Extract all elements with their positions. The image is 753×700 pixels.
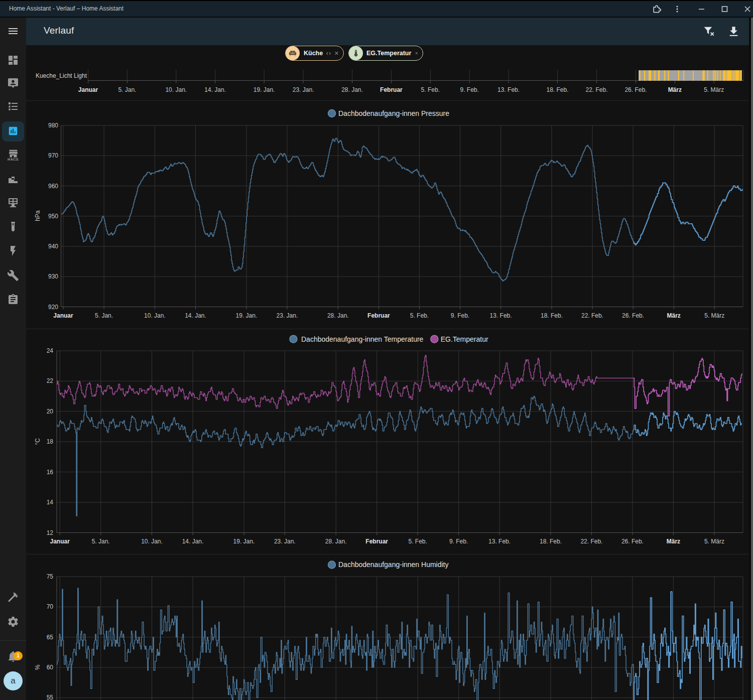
svg-text:5. Jan.: 5. Jan. [92, 538, 110, 545]
svg-text:950: 950 [48, 213, 58, 220]
svg-text:März: März [667, 538, 680, 545]
svg-text:10. Jan.: 10. Jan. [144, 312, 166, 319]
svg-text:970: 970 [48, 152, 58, 159]
svg-text:13. Feb.: 13. Feb. [490, 312, 512, 319]
svg-text:Februar: Februar [367, 312, 390, 319]
svg-text:70: 70 [47, 603, 54, 610]
svg-text:°C: °C [34, 438, 41, 445]
svg-text:22. Feb.: 22. Feb. [580, 538, 602, 545]
svg-text:5. Feb.: 5. Feb. [410, 312, 429, 319]
svg-text:13. Feb.: 13. Feb. [488, 538, 511, 545]
svg-text:14. Jan.: 14. Jan. [185, 312, 206, 319]
svg-text:18. Feb.: 18. Feb. [541, 312, 563, 319]
svg-text:5. Feb.: 5. Feb. [421, 86, 440, 93]
svg-text:920: 920 [48, 304, 58, 311]
svg-text:5. März: 5. März [704, 312, 724, 319]
svg-text:Januar: Januar [78, 86, 98, 93]
svg-text:Dachbodenaufgang-innen Humidit: Dachbodenaufgang-innen Humidity [338, 561, 448, 569]
svg-text:März: März [667, 312, 681, 319]
svg-text:hPa: hPa [34, 210, 41, 221]
svg-text:26. Feb.: 26. Feb. [621, 538, 644, 545]
svg-text:%: % [34, 664, 41, 670]
svg-text:23. Jan.: 23. Jan. [277, 312, 298, 319]
svg-text:940: 940 [48, 243, 58, 250]
svg-text:12: 12 [47, 529, 54, 536]
svg-text:5. Jan.: 5. Jan. [118, 86, 136, 93]
svg-text:14. Jan.: 14. Jan. [204, 86, 226, 93]
svg-text:65: 65 [47, 634, 54, 641]
svg-text:26. Feb.: 26. Feb. [624, 86, 647, 93]
svg-text:28. Jan.: 28. Jan. [341, 86, 363, 93]
svg-text:26. Feb.: 26. Feb. [622, 312, 644, 319]
svg-text:23. Jan.: 23. Jan. [274, 538, 296, 545]
svg-text:60: 60 [47, 664, 54, 671]
svg-text:Dachbodenaufgang-innen Tempera: Dachbodenaufgang-innen Temperature [301, 335, 424, 343]
svg-text:Februar: Februar [380, 86, 403, 93]
svg-text:19. Jan.: 19. Jan. [236, 312, 258, 319]
svg-text:28. Jan.: 28. Jan. [325, 538, 347, 545]
svg-text:20: 20 [47, 408, 54, 415]
svg-text:22: 22 [47, 377, 54, 384]
svg-text:5. März: 5. März [704, 538, 724, 545]
svg-text:930: 930 [48, 273, 58, 280]
svg-text:14: 14 [47, 499, 54, 506]
svg-text:19. Jan.: 19. Jan. [254, 86, 275, 93]
svg-text:960: 960 [48, 183, 58, 190]
svg-text:19. Jan.: 19. Jan. [233, 538, 255, 545]
svg-text:18. Feb.: 18. Feb. [546, 86, 568, 93]
svg-text:9. Feb.: 9. Feb. [460, 86, 479, 93]
svg-text:10. Jan.: 10. Jan. [165, 86, 187, 93]
svg-text:Dachbodenaufgang-innen Pressur: Dachbodenaufgang-innen Pressure [338, 109, 449, 117]
svg-text:März: März [668, 86, 682, 93]
svg-text:5. Feb.: 5. Feb. [409, 538, 427, 545]
svg-text:5. Jan.: 5. Jan. [95, 312, 113, 319]
svg-text:13. Feb.: 13. Feb. [497, 86, 520, 93]
svg-text:24: 24 [47, 347, 54, 354]
svg-text:Kueche_Licht Light: Kueche_Licht Light [36, 72, 87, 79]
svg-text:Januar: Januar [53, 312, 73, 319]
svg-text:Januar: Januar [50, 538, 70, 545]
svg-text:16: 16 [47, 469, 54, 476]
svg-text:10. Jan.: 10. Jan. [141, 538, 163, 545]
svg-text:14. Jan.: 14. Jan. [182, 538, 204, 545]
svg-text:5. März: 5. März [704, 86, 724, 93]
svg-text:9. Feb.: 9. Feb. [449, 538, 468, 545]
svg-text:980: 980 [48, 122, 58, 129]
svg-text:18: 18 [47, 438, 54, 445]
svg-text:22. Feb.: 22. Feb. [585, 86, 607, 93]
svg-text:28. Jan.: 28. Jan. [327, 312, 349, 319]
svg-text:22. Feb.: 22. Feb. [581, 312, 603, 319]
svg-text:55: 55 [47, 694, 54, 700]
svg-text:9. Feb.: 9. Feb. [451, 312, 469, 319]
svg-text:18. Feb.: 18. Feb. [540, 538, 562, 545]
svg-text:75: 75 [47, 573, 54, 580]
svg-text:23. Jan.: 23. Jan. [293, 86, 314, 93]
svg-text:Februar: Februar [365, 538, 388, 545]
svg-text:EG.Temperatur: EG.Temperatur [441, 335, 488, 343]
